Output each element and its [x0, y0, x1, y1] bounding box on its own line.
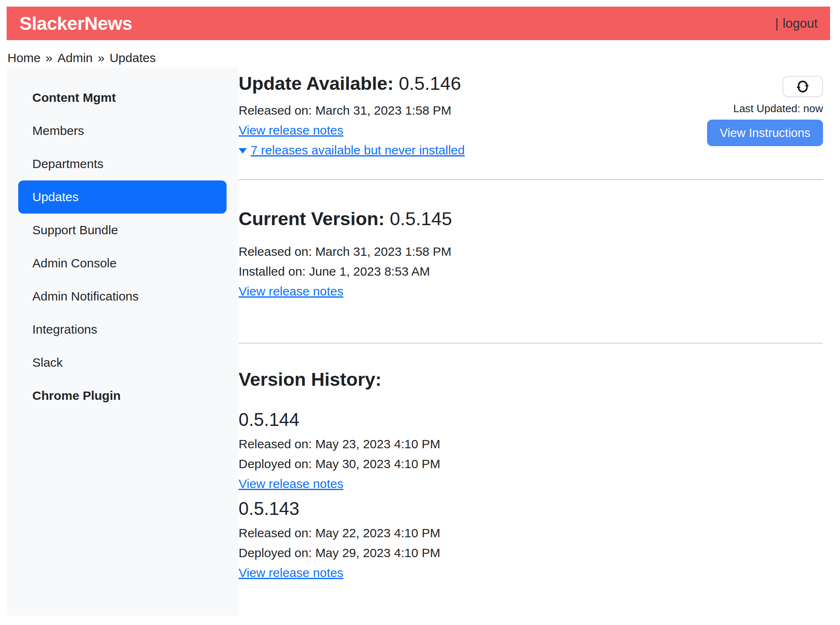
update-available-version: 0.5.146 — [399, 73, 461, 94]
view-instructions-button[interactable]: View Instructions — [707, 120, 823, 146]
app-title: SlackerNews — [19, 13, 132, 34]
sidebar-item-admin-console[interactable]: Admin Console — [7, 247, 239, 280]
breadcrumb-current: Updates — [109, 51, 156, 65]
refresh-icon — [797, 80, 809, 93]
breadcrumb: Home » Admin » Updates — [7, 48, 840, 67]
update-release-notes-link[interactable]: View release notes — [239, 123, 343, 137]
current-release-notes-link[interactable]: View release notes — [239, 284, 343, 298]
logout-area: | logout — [775, 16, 818, 31]
sidebar-item-admin-notifications[interactable]: Admin Notifications — [7, 280, 239, 313]
breadcrumb-admin[interactable]: Admin — [58, 51, 93, 65]
sidebar-item-chrome-plugin[interactable]: Chrome Plugin — [7, 379, 239, 412]
last-updated-text: Last Updated: now — [733, 102, 823, 115]
caret-down-icon — [239, 148, 247, 154]
sidebar-item-updates[interactable]: Updates — [18, 180, 227, 214]
sidebar-item-content-mgmt[interactable]: Content Mgmt — [7, 81, 239, 114]
version-history-entry: 0.5.144 Released on: May 23, 2023 4:10 P… — [239, 409, 823, 494]
main-content: Last Updated: now View Instructions Upda… — [239, 67, 823, 615]
content-row: Content MgmtMembersDepartmentsUpdatesSup… — [7, 67, 823, 615]
breadcrumb-separator: » — [98, 51, 105, 65]
admin-sidebar: Content MgmtMembersDepartmentsUpdatesSup… — [7, 67, 239, 615]
pending-releases-link[interactable]: 7 releases available but never installed — [239, 140, 465, 160]
version-history-entry: 0.5.143 Released on: May 22, 2023 4:10 P… — [239, 498, 823, 583]
history-released-text: Released on: May 22, 2023 4:10 PM — [239, 523, 823, 543]
update-controls: Last Updated: now View Instructions — [707, 76, 823, 146]
sidebar-item-departments[interactable]: Departments — [7, 147, 239, 180]
sidebar-item-slack[interactable]: Slack — [7, 346, 239, 379]
history-release-notes-link[interactable]: View release notes — [239, 566, 343, 579]
logout-link[interactable]: logout — [783, 16, 818, 31]
current-installed-text: Installed on: June 1, 2023 8:53 AM — [239, 262, 823, 281]
breadcrumb-separator: » — [46, 51, 53, 65]
sidebar-item-members[interactable]: Members — [7, 114, 239, 147]
history-deployed-text: Deployed on: May 30, 2023 4:10 PM — [239, 454, 823, 474]
history-released-text: Released on: May 23, 2023 4:10 PM — [239, 434, 823, 454]
sidebar-item-integrations[interactable]: Integrations — [7, 313, 239, 346]
section-divider — [239, 179, 823, 180]
top-header-bar: SlackerNews | logout — [7, 7, 830, 40]
breadcrumb-home[interactable]: Home — [7, 51, 41, 65]
history-version-number: 0.5.144 — [239, 409, 823, 431]
version-history-heading: Version History: — [239, 368, 823, 391]
history-release-notes-link[interactable]: View release notes — [239, 477, 343, 490]
current-version-number: 0.5.145 — [390, 208, 452, 229]
sidebar-item-support-bundle[interactable]: Support Bundle — [7, 214, 239, 247]
history-deployed-text: Deployed on: May 29, 2023 4:10 PM — [239, 543, 823, 563]
version-history-list: 0.5.144 Released on: May 23, 2023 4:10 P… — [239, 409, 823, 583]
logout-divider: | — [775, 16, 778, 31]
current-version-label: Current Version: — [239, 208, 385, 229]
current-released-text: Released on: March 31, 2023 1:58 PM — [239, 242, 823, 262]
current-version-heading: Current Version: 0.5.145 — [239, 208, 823, 230]
history-version-number: 0.5.143 — [239, 498, 823, 520]
update-available-label: Update Available: — [239, 73, 393, 94]
refresh-button[interactable] — [782, 76, 823, 97]
section-divider — [239, 343, 823, 344]
